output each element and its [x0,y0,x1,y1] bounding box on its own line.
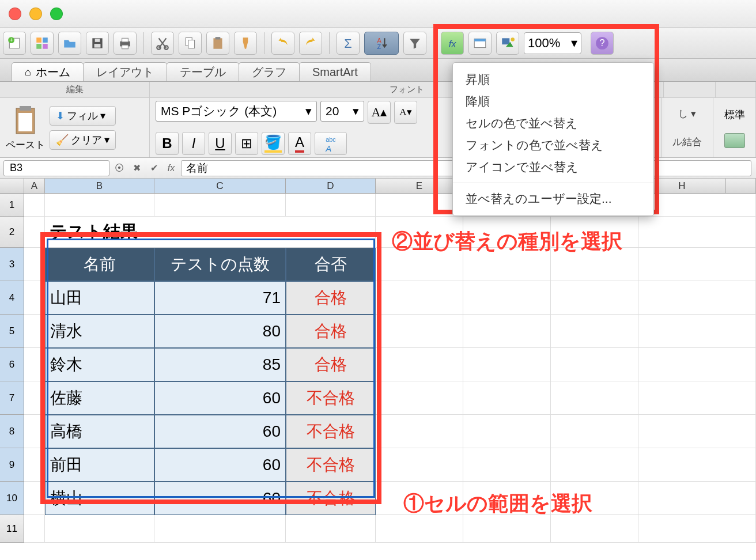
increase-font-button[interactable]: A▴ [368,101,391,124]
cut-button[interactable] [151,32,174,55]
col-C[interactable]: C [154,179,286,193]
svg-rect-8 [94,44,101,48]
row-header[interactable]: 9 [0,448,24,482]
annotation-box-1 [40,232,381,504]
sort-fontcolor-item[interactable]: フォントの色で並べ替え [453,134,653,156]
annotation-2-text: ②並び替えの種別を選択 [392,228,622,256]
save-button[interactable] [86,32,109,55]
maximize-window-button[interactable] [50,7,63,20]
svg-rect-6 [43,44,48,49]
clipboard-icon [10,104,40,137]
select-all-corner[interactable] [0,179,24,193]
font-name-select[interactable]: MS Pゴシック (本文)▾ [156,101,317,122]
svg-text:Σ: Σ [344,36,351,50]
row-3-header[interactable]: 3 [0,248,24,281]
col-B[interactable]: B [45,179,154,193]
sort-icon-item[interactable]: アイコンで並べ替え [453,156,653,178]
row-header[interactable]: 7 [0,381,24,415]
row-header[interactable]: 10 [0,482,24,515]
fx-icon[interactable]: fx [164,161,179,176]
print-button[interactable] [114,32,137,55]
bold-button[interactable]: B [156,132,179,155]
decrease-font-button[interactable]: A▾ [394,101,417,124]
paste-button[interactable] [206,32,229,55]
svg-rect-3 [36,37,41,43]
nav-icon[interactable]: ⦿ [112,161,127,176]
row-header[interactable]: 6 [0,348,24,381]
fill-button[interactable]: ⬇フィル▾ [50,106,116,126]
tab-charts[interactable]: グラフ [239,62,300,81]
row-header[interactable]: 5 [0,315,24,348]
cancel-icon[interactable]: ✖ [129,161,144,176]
minimize-window-button[interactable] [29,7,42,20]
svg-rect-30 [20,106,31,111]
open-button[interactable] [58,32,81,55]
clear-button[interactable]: 🧹クリア▾ [50,130,116,150]
merge-partial-label: し ▾ [678,107,696,120]
row-header[interactable]: 4 [0,281,24,315]
svg-rect-17 [213,38,222,48]
new-sheet-button[interactable]: + [3,32,26,55]
svg-rect-31 [18,113,32,131]
redo-button[interactable] [299,32,322,55]
tab-layout[interactable]: レイアウト [83,62,167,81]
sort-dropdown: 昇順 降順 セルの色で並べ替え フォントの色で並べ替え アイコンで並べ替え 並べ… [452,62,654,216]
autosum-button[interactable]: Σ [337,32,360,55]
phonetic-button[interactable]: abcA [315,132,347,155]
svg-rect-18 [216,37,221,39]
format-painter-button[interactable] [234,32,257,55]
tab-tables[interactable]: テーブル [167,62,239,81]
sort-cellcolor-item[interactable]: セルの色で並べ替え [453,112,653,134]
tab-home[interactable]: ⌂ホーム [12,62,84,81]
sort-custom-item[interactable]: 並べ替えのユーザー設定... [453,188,653,210]
fill-color-button[interactable]: 🪣 [262,132,285,155]
tab-smartart[interactable]: SmartArt [299,62,371,81]
copy-button[interactable] [179,32,202,55]
svg-rect-5 [36,44,41,49]
font-color-button[interactable]: A [288,132,311,155]
sort-desc-item[interactable]: 降順 [453,90,653,112]
row-1-header[interactable]: 1 [0,194,24,217]
col-rest[interactable] [726,179,756,193]
row-2-header[interactable]: 2 [0,217,24,248]
window-controls [0,0,756,28]
col-D[interactable]: D [286,179,376,193]
row-11-header[interactable]: 11 [0,515,24,543]
col-A[interactable]: A [24,179,45,193]
svg-rect-4 [43,37,48,43]
row-header[interactable]: 8 [0,415,24,448]
home-icon: ⌂ [25,66,31,78]
svg-text:+: + [9,36,13,43]
sheet-area: A B C D E H 1 2 テスト結果 [0,179,756,543]
filter-button[interactable] [403,32,426,55]
svg-rect-16 [188,40,195,48]
svg-rect-12 [122,45,128,49]
svg-text:Z: Z [377,43,381,50]
italic-button[interactable]: I [182,132,205,155]
undo-button[interactable] [271,32,294,55]
underline-button[interactable]: U [209,132,232,155]
close-window-button[interactable] [9,7,21,20]
svg-rect-11 [122,38,128,42]
name-box[interactable]: B3 [3,160,109,176]
annotation-1-text: ①セルの範囲を選択 [403,490,592,518]
sort-button[interactable]: AZ [364,32,399,55]
sort-asc-item[interactable]: 昇順 [453,69,653,90]
templates-button[interactable] [31,32,54,55]
font-size-select[interactable]: 20▾ [320,101,364,122]
border-button[interactable]: ⊞ [235,132,258,155]
paste-label: ペースト [6,138,45,152]
svg-rect-9 [95,39,100,41]
confirm-icon[interactable]: ✔ [146,161,161,176]
